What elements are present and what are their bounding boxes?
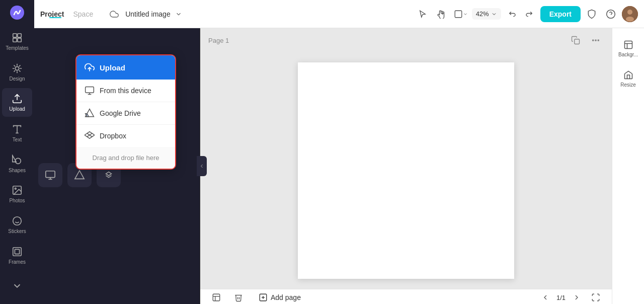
- background-icon: [623, 40, 633, 50]
- next-page-button[interactable]: [570, 290, 584, 304]
- sidebar-item-stickers[interactable]: Stickers: [2, 210, 32, 239]
- cloud-save-button[interactable]: [106, 6, 122, 22]
- cursor-icon: [418, 10, 427, 19]
- hand-tool-button[interactable]: [434, 6, 450, 22]
- page-settings-button[interactable]: [208, 289, 224, 304]
- frame-tool-button[interactable]: [453, 6, 469, 22]
- redo-button[interactable]: [521, 6, 537, 22]
- sidebar-item-templates-label: Templates: [6, 45, 29, 51]
- resize-icon: [623, 70, 633, 80]
- shapes-icon: [12, 155, 23, 166]
- title-dropdown-button[interactable]: [174, 9, 184, 19]
- more-options-button[interactable]: [588, 32, 604, 48]
- tab-project[interactable]: Project: [40, 10, 70, 18]
- shield-icon: [587, 9, 597, 19]
- help-button[interactable]: [603, 6, 619, 22]
- tab-space[interactable]: Space: [73, 10, 99, 18]
- sidebar-item-stickers-label: Stickers: [8, 229, 26, 234]
- from-device-option[interactable]: From this device: [76, 80, 175, 102]
- delete-page-button[interactable]: [230, 289, 247, 304]
- design-icon: [12, 63, 23, 74]
- svg-rect-27: [46, 171, 55, 178]
- dropbox-label: Dropbox: [100, 132, 126, 140]
- add-page-button[interactable]: Add page: [253, 290, 307, 304]
- collapse-panel-button[interactable]: [197, 156, 207, 176]
- svg-rect-40: [624, 41, 632, 48]
- text-icon: [12, 124, 23, 135]
- user-avatar[interactable]: [622, 6, 638, 22]
- canva-shield-button[interactable]: [584, 6, 600, 22]
- dropbox-icon: [85, 131, 95, 141]
- topbar-tools: 42%: [415, 6, 638, 22]
- page-label: Page 1: [208, 37, 229, 44]
- prev-page-button[interactable]: [538, 290, 552, 304]
- undo-button[interactable]: [504, 6, 520, 22]
- upload-dropdown-header[interactable]: Upload: [76, 55, 175, 80]
- sidebar-item-photos[interactable]: Photos: [2, 180, 32, 208]
- drag-drop-label: Drag and drop file here: [93, 154, 159, 162]
- svg-rect-30: [575, 39, 580, 44]
- zoom-value: 42%: [476, 10, 489, 18]
- svg-rect-3: [13, 38, 17, 42]
- resize-panel-item[interactable]: Resize: [614, 64, 642, 93]
- sidebar-item-frames[interactable]: Frames: [2, 241, 32, 270]
- undo-redo-group: [504, 6, 537, 22]
- monitor-small-icon: [45, 170, 56, 181]
- drive-small-icon: [74, 170, 85, 181]
- sidebar-item-more[interactable]: [2, 271, 32, 300]
- svg-rect-34: [213, 294, 220, 301]
- svg-rect-2: [18, 34, 21, 37]
- frame-icon: [454, 10, 463, 19]
- sidebar-item-templates[interactable]: Templates: [2, 27, 32, 56]
- sidebar-item-design[interactable]: Design: [2, 58, 32, 87]
- svg-rect-1: [13, 34, 17, 37]
- hand-icon: [437, 10, 446, 19]
- upload-icon: [12, 93, 23, 104]
- redo-icon: [525, 10, 534, 19]
- chevron-left-icon: [199, 163, 205, 169]
- topbar: Project Space Untitled image: [34, 0, 644, 28]
- dropbox-option[interactable]: Dropbox: [76, 125, 175, 147]
- canvas-page[interactable]: [298, 62, 514, 279]
- chevron-right-icon: [573, 293, 581, 301]
- dropbox-small-icon: [103, 170, 114, 181]
- stickers-icon: [12, 215, 23, 226]
- export-button[interactable]: Export: [540, 6, 581, 22]
- avatar-image: [622, 6, 638, 22]
- topbar-left: Project Space Untitled image: [40, 6, 411, 22]
- zoom-control[interactable]: 42%: [472, 8, 501, 20]
- photos-icon: [12, 185, 23, 196]
- svg-point-22: [626, 17, 634, 22]
- svg-rect-4: [18, 38, 21, 42]
- sidebar-item-text[interactable]: Text: [2, 119, 32, 147]
- svg-point-32: [595, 40, 596, 41]
- sidebar-item-upload-label: Upload: [9, 106, 25, 112]
- logo[interactable]: [8, 4, 26, 21]
- google-drive-option[interactable]: Google Drive: [76, 102, 175, 125]
- icon-sidebar: Templates Design Upload Text Shape: [0, 0, 34, 304]
- page-count: 1/1: [556, 294, 566, 301]
- left-panel: Upload From this device: [34, 28, 200, 304]
- templates-icon: [12, 32, 23, 43]
- fullscreen-button[interactable]: [588, 289, 604, 304]
- copy-icon: [571, 36, 580, 45]
- device-icon-button[interactable]: [38, 163, 62, 187]
- background-panel-item[interactable]: Backgr...: [614, 34, 642, 62]
- drag-drop-area[interactable]: Drag and drop file here: [76, 147, 175, 169]
- document-title[interactable]: Untitled image: [125, 10, 171, 18]
- sidebar-item-upload[interactable]: Upload: [2, 88, 32, 117]
- background-label: Backgr...: [618, 52, 638, 57]
- upload-header-label: Upload: [100, 63, 125, 72]
- trash-icon: [234, 293, 243, 302]
- duplicate-page-button[interactable]: [568, 32, 584, 48]
- canvas-top-bar: Page 1: [200, 28, 612, 52]
- svg-point-31: [593, 40, 594, 41]
- google-drive-label: Google Drive: [100, 109, 141, 117]
- canvas-wrapper: [200, 52, 612, 289]
- select-tool-button[interactable]: [415, 6, 431, 22]
- upload-cloud-icon: [85, 62, 95, 72]
- svg-point-11: [15, 188, 16, 190]
- sidebar-item-design-label: Design: [9, 76, 25, 82]
- chevron-down-icon: [12, 280, 23, 291]
- sidebar-item-shapes[interactable]: Shapes: [2, 149, 32, 178]
